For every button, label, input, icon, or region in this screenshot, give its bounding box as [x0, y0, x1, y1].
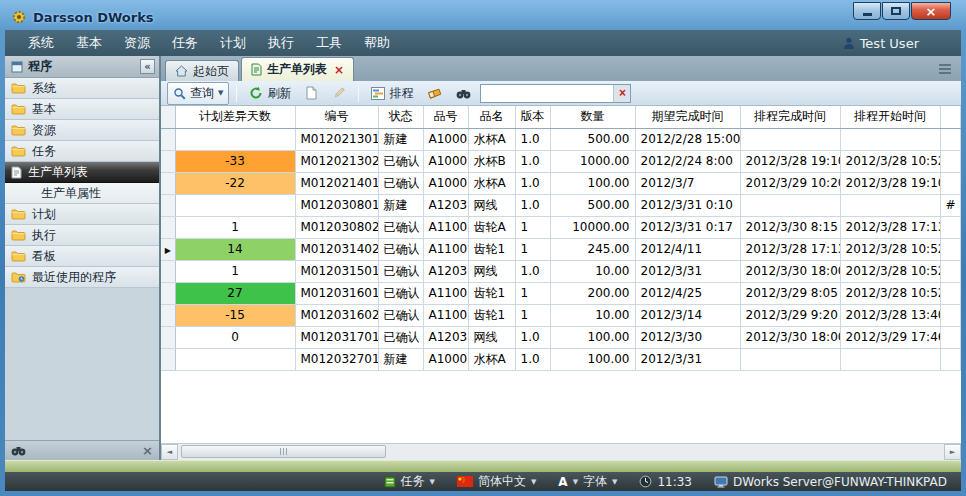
cell-version: 1.0: [515, 150, 550, 172]
cell-plan-diff-days: 27: [175, 282, 295, 304]
column-header[interactable]: 版本: [515, 106, 550, 128]
document-icon: [251, 63, 262, 76]
clear-search-button[interactable]: ×: [613, 85, 630, 102]
table-row[interactable]: M012021301 新建 A10001 水杯A 1.0 500.00 2012…: [161, 128, 961, 150]
gear-icon: [11, 9, 27, 25]
column-header[interactable]: 计划差异天数: [175, 106, 295, 128]
column-header[interactable]: 数量: [550, 106, 635, 128]
menu-item[interactable]: 计划: [209, 31, 257, 55]
table-row[interactable]: 1 M012030802 已确认 A11001 齿轮A 1 10000.00 2…: [161, 216, 961, 238]
table-row[interactable]: ▶ 14 M012031402 已确认 A11001 齿轮1 1 245.00 …: [161, 238, 961, 260]
table-row[interactable]: -33 M012021302 已确认 A10002 水杯B 1.0 1000.0…: [161, 150, 961, 172]
query-button[interactable]: 查询 ▼: [167, 82, 229, 105]
tab-home[interactable]: 起始页: [165, 60, 239, 81]
minimize-icon: [863, 13, 872, 16]
status-task-dropdown[interactable]: 任务 ▼: [384, 473, 435, 490]
binoculars-icon[interactable]: [11, 445, 26, 456]
cell-status: 已确认: [378, 238, 423, 260]
cell-order-code: M012031501: [295, 260, 378, 282]
cell-expected-finish: 2012/2/28 15:00: [635, 128, 740, 150]
cell-expected-finish: 2012/3/7: [635, 172, 740, 194]
menu-item[interactable]: 任务: [161, 31, 209, 55]
menu-item[interactable]: 基本: [65, 31, 113, 55]
sidebar-item-system[interactable]: 系统: [5, 78, 159, 99]
sidebar-item-plan[interactable]: 计划: [5, 204, 159, 225]
sidebar-item-label: 系统: [32, 80, 56, 97]
status-language-dropdown[interactable]: 简体中文 ▼: [457, 473, 536, 490]
column-header[interactable]: 状态: [378, 106, 423, 128]
table-row[interactable]: M012030801 新建 A12031 网线 1.0 500.00 2012/…: [161, 194, 961, 216]
status-bar: 任务 ▼ 简体中文 ▼ A ▼ 字体 ▼ 11:33 DWorks Server…: [5, 472, 961, 491]
sidebar-item-recent-programs[interactable]: 最近使用的程序: [5, 267, 159, 288]
sidebar-item-production-order-properties[interactable]: 生产单属性: [5, 183, 159, 204]
cell-status: 已确认: [378, 260, 423, 282]
scroll-left-button[interactable]: ◄: [161, 444, 178, 460]
cell-schedule-start: 2012/3/28 10:52: [840, 150, 940, 172]
status-font-dropdown[interactable]: A ▼ 字体 ▼: [558, 473, 617, 490]
home-icon: [175, 65, 188, 77]
tab-close-icon[interactable]: ×: [334, 63, 344, 77]
column-header[interactable]: 排程完成时间: [740, 106, 840, 128]
sidebar-close-icon[interactable]: ×: [142, 443, 153, 458]
sidebar-item-resources[interactable]: 资源: [5, 120, 159, 141]
edit-button[interactable]: [327, 84, 351, 102]
sidebar-item-production-order-list[interactable]: 生产单列表: [5, 162, 159, 183]
refresh-button[interactable]: 刷新: [244, 83, 296, 104]
caret-down-icon: ▼: [218, 89, 223, 97]
new-button[interactable]: [300, 84, 323, 102]
sidebar-item-tasks[interactable]: 任务: [5, 141, 159, 162]
sidebar-item-execute[interactable]: 执行: [5, 225, 159, 246]
title-bar[interactable]: Darsson DWorks ×: [5, 0, 961, 30]
column-header[interactable]: [940, 106, 961, 128]
sidebar-item-basic[interactable]: 基本: [5, 99, 159, 120]
tab-production-order-list[interactable]: 生产单列表 ×: [241, 57, 354, 81]
close-button[interactable]: ×: [911, 2, 951, 20]
cell-schedule-finish: [740, 348, 840, 370]
table-row[interactable]: 0 M012031701 已确认 A12031 网线 1.0 100.00 20…: [161, 326, 961, 348]
menu-item[interactable]: 系统: [17, 31, 65, 55]
table-row[interactable]: M012032701 新建 A10001 水杯A 1.0 100.00 2012…: [161, 348, 961, 370]
table-row[interactable]: 1 M012031501 已确认 A12031 网线 1.0 10.00 201…: [161, 260, 961, 282]
column-header[interactable]: 编号: [295, 106, 378, 128]
close-icon: ×: [926, 4, 937, 19]
menu-item[interactable]: 执行: [257, 31, 305, 55]
cell-plan-diff-days: 1: [175, 260, 295, 282]
search-input[interactable]: [481, 85, 613, 102]
folder-icon: [11, 103, 26, 115]
eraser-button[interactable]: [422, 85, 447, 102]
find-button[interactable]: [451, 86, 476, 101]
caret-down-icon: ▼: [430, 478, 435, 486]
sidebar-collapse-button[interactable]: «: [140, 59, 155, 74]
row-selector-cell: ▶: [161, 238, 175, 260]
cell-schedule-start: 2012/3/28 10:52: [840, 238, 940, 260]
cell-status: 已确认: [378, 304, 423, 326]
cell-plan-diff-days: 14: [175, 238, 295, 260]
cell-schedule-start: [840, 348, 940, 370]
maximize-button[interactable]: [882, 2, 910, 20]
cell-version: 1: [515, 282, 550, 304]
tab-menu-icon[interactable]: [939, 64, 951, 74]
column-header[interactable]: 期望完成时间: [635, 106, 740, 128]
column-header[interactable]: 排程开始时间: [840, 106, 940, 128]
resize-strip: [5, 460, 961, 472]
scroll-right-button[interactable]: ►: [944, 444, 961, 460]
table-row[interactable]: -22 M012021401 已确认 A10001 水杯A 1.0 100.00…: [161, 172, 961, 194]
menu-item[interactable]: 资源: [113, 31, 161, 55]
cell-item-name: 水杯B: [468, 150, 515, 172]
schedule-button[interactable]: 排程: [366, 83, 418, 104]
minimize-button[interactable]: [853, 2, 881, 20]
table-row[interactable]: 27 M012031601 已确认 A11001 齿轮1 1 200.00 20…: [161, 282, 961, 304]
scrollbar-thumb[interactable]: [181, 445, 386, 458]
sidebar-item-board[interactable]: 看板: [5, 246, 159, 267]
column-header[interactable]: 品号: [423, 106, 468, 128]
sidebar-item-label: 生产单列表: [28, 164, 88, 181]
scrollbar-track[interactable]: [178, 444, 944, 460]
row-selector-header: [161, 106, 175, 128]
table-row[interactable]: -15 M012031602 已确认 A11001 齿轮1 1 10.00 20…: [161, 304, 961, 326]
cell-extra: [940, 150, 961, 172]
column-header[interactable]: 品名: [468, 106, 515, 128]
user-indicator[interactable]: Test User: [843, 36, 949, 51]
cell-schedule-start: [840, 194, 940, 216]
menu-item[interactable]: 帮助: [353, 31, 401, 55]
menu-item[interactable]: 工具: [305, 31, 353, 55]
